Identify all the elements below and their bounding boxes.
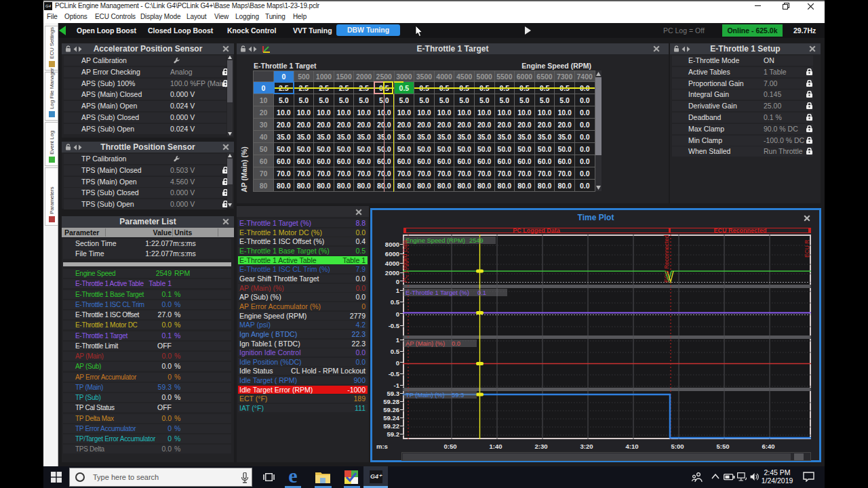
svg-text:PC Logged Data: PC Logged Data xyxy=(403,240,408,283)
svg-text:E-Throttle 1 Target (%): E-Throttle 1 Target (%) xyxy=(406,289,469,296)
svg-text:59.3: 59.3 xyxy=(452,392,464,399)
svg-text:ECU R: ECU R xyxy=(804,240,810,258)
svg-text:0.1: 0.1 xyxy=(477,289,486,296)
svg-text:ECU Reconnected: ECU Reconnected xyxy=(663,235,670,283)
svg-text:TP (Main) (%): TP (Main) (%) xyxy=(406,392,445,399)
svg-text:0.0: 0.0 xyxy=(452,340,460,347)
svg-text:2549: 2549 xyxy=(469,237,484,244)
svg-text:Engine Speed (RPM): Engine Speed (RPM) xyxy=(406,237,465,244)
svg-text:AP (Main) (%): AP (Main) (%) xyxy=(406,340,445,347)
